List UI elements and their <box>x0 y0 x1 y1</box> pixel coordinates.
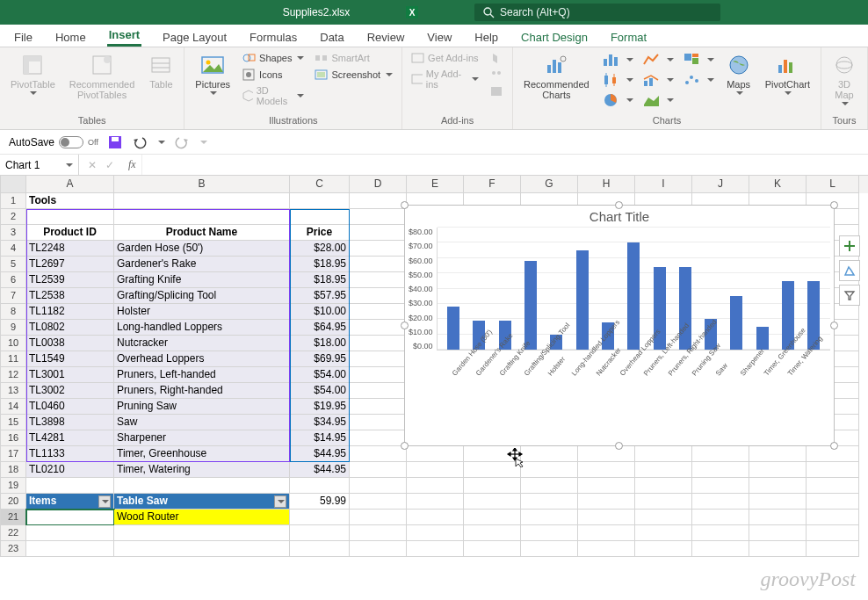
cell[interactable]: $54.00 <box>290 383 350 399</box>
chart-elements-button[interactable] <box>839 235 860 257</box>
cell[interactable] <box>578 494 635 510</box>
cell[interactable] <box>407 494 464 510</box>
cell[interactable] <box>350 478 407 494</box>
col-header-i[interactable]: I <box>635 176 692 193</box>
fx-icon[interactable]: fx <box>123 158 141 171</box>
chart-filters-button[interactable] <box>839 285 860 306</box>
cell[interactable] <box>692 510 749 525</box>
cell[interactable] <box>350 494 407 510</box>
cell[interactable] <box>464 462 521 478</box>
cell[interactable]: Wood Router <box>114 510 290 525</box>
col-header-a[interactable]: A <box>26 176 114 193</box>
cell[interactable] <box>692 462 749 478</box>
tab-data[interactable]: Data <box>318 27 345 47</box>
tab-format[interactable]: Format <box>609 27 648 47</box>
scatter-chart-button[interactable] <box>681 71 716 89</box>
cell[interactable] <box>521 510 578 525</box>
cell[interactable]: $18.95 <box>290 272 350 288</box>
cell[interactable] <box>350 336 407 351</box>
cell[interactable] <box>114 525 290 541</box>
cell[interactable]: Grafting/Splicing Tool <box>114 288 290 304</box>
cell[interactable]: $18.00 <box>290 336 350 351</box>
visio-addin[interactable] <box>488 84 505 98</box>
row-header[interactable]: 7 <box>0 288 26 304</box>
chart-bar[interactable] <box>730 296 742 350</box>
shapes-button[interactable]: Shapes <box>241 51 306 65</box>
cell[interactable] <box>692 478 749 494</box>
cell[interactable] <box>350 304 407 320</box>
row-header[interactable]: 14 <box>0 399 26 415</box>
cell[interactable]: Nutcracker <box>114 336 290 351</box>
cell[interactable] <box>521 478 578 494</box>
cell[interactable] <box>350 446 407 462</box>
cell[interactable] <box>635 494 692 510</box>
cell[interactable] <box>521 525 578 541</box>
cell[interactable] <box>749 494 807 510</box>
row-header[interactable]: 16 <box>0 430 26 446</box>
tab-chart-design[interactable]: Chart Design <box>519 27 590 47</box>
cell[interactable] <box>350 525 407 541</box>
tab-help[interactable]: Help <box>473 27 500 47</box>
row-header[interactable]: 22 <box>0 525 26 541</box>
row-header[interactable]: 19 <box>0 478 26 494</box>
name-box[interactable]: Chart 1 <box>0 155 79 175</box>
cell[interactable] <box>807 510 859 525</box>
3d-models-button[interactable]: 3D Models <box>241 84 306 107</box>
cell[interactable]: TL2538 <box>26 288 114 304</box>
3d-map-button[interactable]: 3D Map <box>828 51 860 107</box>
cell[interactable] <box>290 478 350 494</box>
cell[interactable]: Grafting Knife <box>114 272 290 288</box>
cell[interactable] <box>26 541 114 557</box>
cell[interactable]: TL3001 <box>26 367 114 383</box>
cell[interactable] <box>749 510 807 525</box>
cell[interactable]: $64.95 <box>290 320 350 336</box>
cell[interactable] <box>464 525 521 541</box>
cell[interactable] <box>749 462 807 478</box>
cell[interactable]: Long-handled Loppers <box>114 320 290 336</box>
tab-page-layout[interactable]: Page Layout <box>161 27 228 47</box>
cell[interactable]: Price <box>290 225 350 241</box>
cell[interactable] <box>114 193 290 209</box>
cell[interactable] <box>521 446 578 462</box>
cell[interactable]: $57.95 <box>290 288 350 304</box>
undo-icon[interactable] <box>132 134 148 150</box>
cell[interactable]: TL3898 <box>26 415 114 430</box>
bing-maps-addin[interactable] <box>488 51 505 65</box>
cell[interactable]: Holster <box>114 304 290 320</box>
col-header-c[interactable]: C <box>290 176 350 193</box>
cell[interactable] <box>350 383 407 399</box>
cell[interactable] <box>807 525 859 541</box>
people-graph-addin[interactable] <box>488 68 505 82</box>
column-chart-button[interactable] <box>600 51 635 69</box>
cell[interactable]: Items <box>26 494 114 510</box>
row-header[interactable]: 18 <box>0 462 26 478</box>
tab-review[interactable]: Review <box>365 27 407 47</box>
cell[interactable] <box>807 462 859 478</box>
cell[interactable] <box>350 541 407 557</box>
cell[interactable] <box>692 446 749 462</box>
tab-home[interactable]: Home <box>54 27 88 47</box>
cell[interactable]: Timer, Watering <box>114 462 290 478</box>
row-header[interactable]: 15 <box>0 415 26 430</box>
statistic-chart-button[interactable] <box>600 71 635 89</box>
cell[interactable]: $34.95 <box>290 415 350 430</box>
cell[interactable] <box>521 462 578 478</box>
cell[interactable] <box>114 209 290 225</box>
cell[interactable] <box>464 446 521 462</box>
cell[interactable] <box>407 446 464 462</box>
select-all-corner[interactable] <box>0 176 26 193</box>
tab-formulas[interactable]: Formulas <box>248 27 299 47</box>
cell[interactable] <box>407 478 464 494</box>
col-header-h[interactable]: H <box>578 176 635 193</box>
cell[interactable] <box>464 510 521 525</box>
cell[interactable]: $69.95 <box>290 351 350 367</box>
recommended-charts-button[interactable]: Recommended Charts <box>520 51 593 102</box>
surface-chart-button[interactable] <box>640 91 676 109</box>
chart-bar[interactable] <box>524 261 537 350</box>
chart-bar[interactable] <box>756 327 769 350</box>
cell[interactable] <box>350 272 407 288</box>
cell[interactable]: $44.95 <box>290 462 350 478</box>
cell[interactable] <box>26 510 114 525</box>
row-header[interactable]: 13 <box>0 383 26 399</box>
cell[interactable]: TL2697 <box>26 257 114 272</box>
